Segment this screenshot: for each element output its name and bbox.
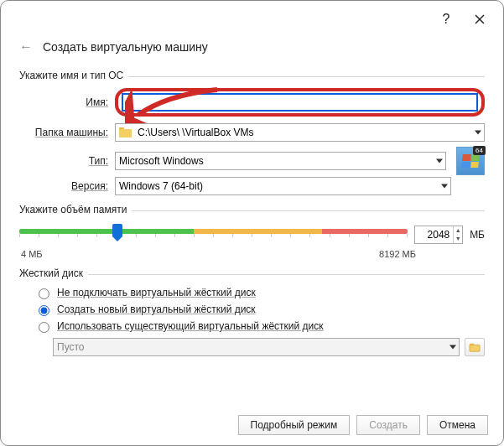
row-folder: Папка машины: C:\Users\ \VirtualBox VMs	[19, 123, 485, 142]
radio-disk-new[interactable]: Создать новый виртуальный жёсткий диск	[34, 303, 485, 316]
back-arrow-icon[interactable]: ←	[19, 39, 33, 54]
memory-min: 4 МБ	[21, 249, 43, 259]
svg-rect-3	[470, 344, 474, 346]
windows-logo-icon	[461, 154, 480, 168]
group-title: Жесткий диск	[19, 267, 83, 279]
cancel-button[interactable]: Отмена	[427, 415, 488, 435]
existing-disk-value: Пусто	[57, 341, 85, 353]
titlebar: ?	[1, 1, 503, 38]
divider	[132, 210, 485, 211]
memory-row: ▲▼ МБ	[19, 222, 485, 247]
create-button: Создать	[356, 415, 420, 435]
existing-disk-row: Пусто	[53, 338, 485, 356]
group-title: Укажите объём памяти	[19, 204, 127, 215]
memory-slider[interactable]	[19, 222, 408, 247]
group-disk: Жесткий диск Не подключать виртуальный ж…	[19, 267, 485, 356]
slider-ticks	[19, 234, 408, 237]
group-name-os: Укажите имя и тип ОС Имя: Папка машины: …	[19, 70, 485, 195]
group-header-disk: Жесткий диск	[19, 267, 485, 279]
version-combo[interactable]: Windows 7 (64-bit)	[115, 177, 451, 195]
folder-up-icon	[469, 341, 481, 353]
group-memory: Укажите объём памяти ▲▼ МБ 4 МБ	[19, 204, 485, 259]
radio-input[interactable]	[39, 288, 49, 299]
memory-unit: МБ	[470, 229, 485, 241]
help-button[interactable]: ?	[429, 7, 463, 32]
group-header-name-os: Укажите имя и тип ОС	[19, 70, 485, 81]
spinner-arrows[interactable]: ▲▼	[453, 226, 462, 243]
type-value: Microsoft Windows	[119, 155, 204, 167]
radio-input[interactable]	[39, 305, 49, 316]
chevron-down-icon	[441, 184, 448, 189]
content: Укажите имя и тип ОС Имя: Папка машины: …	[1, 70, 503, 366]
memory-max: 8192 МБ	[379, 249, 416, 259]
radio-label: Не подключать виртуальный жёсткий диск	[57, 287, 256, 298]
row-name: Имя:	[19, 88, 485, 117]
browse-disk-button	[465, 338, 485, 356]
slider-thumb[interactable]	[112, 224, 122, 237]
dialog-window: ? ← Создать виртуальную машину Укажите и…	[0, 0, 504, 446]
svg-rect-2	[470, 345, 480, 351]
radio-input[interactable]	[39, 322, 49, 333]
page-title: Создать виртуальную машину	[43, 40, 208, 54]
memory-spinbox[interactable]: ▲▼	[414, 226, 463, 244]
arch-badge: 64	[473, 146, 486, 155]
close-icon	[475, 14, 485, 24]
row-version: Версия: Windows 7 (64-bit)	[19, 177, 485, 195]
divider	[88, 274, 485, 275]
memory-range-labels: 4 МБ 8192 МБ	[19, 247, 485, 259]
type-label: Тип:	[19, 155, 110, 167]
folder-icon	[119, 127, 132, 137]
version-value: Windows 7 (64-bit)	[119, 180, 203, 192]
folder-label: Папка машины:	[19, 127, 110, 138]
radio-disk-none[interactable]: Не подключать виртуальный жёсткий диск	[34, 286, 485, 299]
chevron-down-icon	[449, 345, 456, 350]
chevron-down-icon	[436, 159, 443, 163]
row-type: Тип: Microsoft Windows 64	[19, 147, 485, 175]
group-header-memory: Укажите объём памяти	[19, 204, 485, 215]
radio-label: Использовать существующий виртуальный жё…	[57, 320, 324, 332]
group-title: Укажите имя и тип ОС	[19, 70, 123, 81]
type-combo[interactable]: Microsoft Windows	[115, 152, 446, 170]
footer: Подробный режим Создать Отмена	[238, 415, 488, 435]
chevron-down-icon	[475, 131, 481, 135]
version-label: Версия:	[19, 180, 110, 192]
name-highlight-annotation	[115, 88, 485, 117]
divider	[128, 76, 485, 77]
folder-value: C:\Users\ \VirtualBox VMs	[138, 127, 253, 138]
expert-mode-button[interactable]: Подробный режим	[238, 415, 351, 435]
radio-disk-existing[interactable]: Использовать существующий виртуальный жё…	[34, 319, 485, 333]
name-input[interactable]	[122, 93, 478, 112]
folder-combo[interactable]: C:\Users\ \VirtualBox VMs	[115, 123, 485, 142]
name-label: Имя:	[19, 96, 110, 108]
existing-disk-combo: Пусто	[53, 338, 460, 356]
memory-value-input[interactable]	[415, 229, 453, 241]
os-emblem: 64	[456, 147, 485, 175]
radio-label: Создать новый виртуальный жёсткий диск	[57, 303, 256, 315]
close-button[interactable]	[463, 7, 496, 32]
wizard-header: ← Создать виртуальную машину	[1, 38, 503, 65]
